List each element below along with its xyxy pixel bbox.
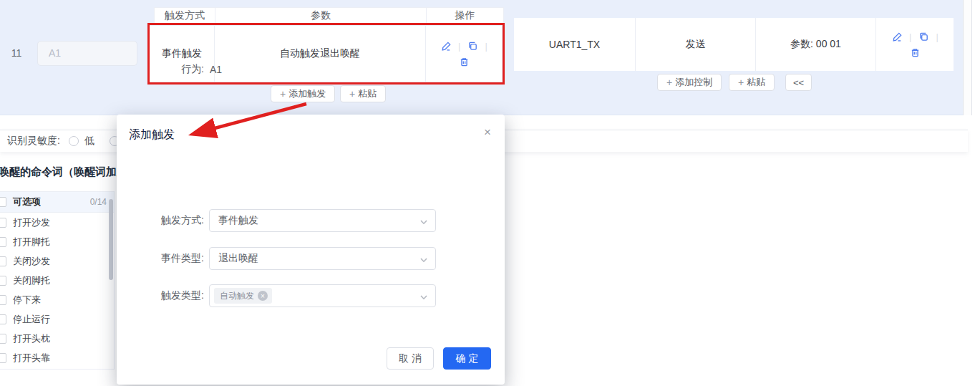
tag-remove-icon[interactable]: × xyxy=(258,291,268,301)
option-checkbox[interactable] xyxy=(0,353,6,363)
select-all-checkbox[interactable] xyxy=(0,197,6,207)
list-item[interactable]: 打开沙发 xyxy=(0,213,114,232)
sensitivity-option-low-label: 低 xyxy=(84,135,94,148)
add-trigger-modal: 添加触发 × 行为: A1 触发方式: 事件触发 事件类型: 退出唤醒 xyxy=(117,115,505,385)
list-item[interactable]: 打开脚托 xyxy=(0,232,114,251)
control-ops-cell: | | xyxy=(876,18,954,71)
radio-icon[interactable] xyxy=(69,136,79,146)
event-type-label: 事件类型: xyxy=(117,252,204,265)
vertical-scrollbar[interactable] xyxy=(963,0,972,115)
trigger-method-row: 触发方式: 事件触发 xyxy=(117,209,436,232)
trigger-type-select[interactable]: 自动触发 × xyxy=(209,284,436,307)
trigger-method-value: 事件触发 xyxy=(218,214,258,227)
list-item[interactable]: 关闭沙发 xyxy=(0,251,114,271)
add-control-button[interactable]: + 添加控制 xyxy=(657,74,722,91)
trigger-type-row: 触发类型: 自动触发 × xyxy=(117,284,436,307)
collapse-button-label: << xyxy=(793,77,804,88)
option-label: 停止运行 xyxy=(13,313,50,326)
chevron-down-icon xyxy=(419,292,428,304)
chevron-down-icon xyxy=(419,255,428,266)
option-checkbox[interactable] xyxy=(0,237,6,247)
icon-separator: | xyxy=(458,41,460,52)
trigger-table-header-param: 参数 xyxy=(215,8,427,24)
collapse-button[interactable]: << xyxy=(785,74,812,91)
option-checkbox[interactable] xyxy=(0,334,6,344)
trigger-method-label: 触发方式: xyxy=(117,214,204,227)
option-checkbox[interactable] xyxy=(0,218,6,228)
sensitivity-label: 识别灵敏度: xyxy=(7,135,60,148)
cancel-button[interactable]: 取 消 xyxy=(387,347,434,370)
confirm-button[interactable]: 确 定 xyxy=(443,347,491,370)
list-scrollbar-thumb[interactable] xyxy=(109,199,113,280)
option-label: 打开头枕 xyxy=(13,332,50,345)
options-list: 打开沙发 打开脚托 关闭沙发 关闭脚托 停下来 停止运行 打开头枕 xyxy=(0,213,114,367)
list-item[interactable]: 停止运行 xyxy=(0,309,114,329)
list-item[interactable]: 停下来 xyxy=(0,290,114,309)
paste-control-button[interactable]: + 粘贴 xyxy=(729,74,775,91)
trigger-table-header-ops: 操作 xyxy=(427,8,503,24)
copy-icon[interactable] xyxy=(918,31,930,42)
sensitivity-option-low[interactable]: 低 xyxy=(69,135,94,148)
behavior-row: 行为: A1 xyxy=(117,63,222,76)
chevron-down-icon xyxy=(419,217,428,228)
option-label: 关闭脚托 xyxy=(13,274,50,287)
trigger-type-tag: 自动触发 × xyxy=(214,288,272,304)
option-label: 打开头靠 xyxy=(13,352,50,365)
row-index: 11 xyxy=(6,47,27,59)
behavior-value: A1 xyxy=(210,64,222,75)
control-table-row: UART1_TX 发送 参数: 00 01 | | xyxy=(514,18,954,71)
edit-icon[interactable] xyxy=(440,40,452,52)
modal-title: 添加触发 xyxy=(129,127,175,143)
list-item[interactable]: 关闭脚托 xyxy=(0,271,114,290)
add-control-button-label: 添加控制 xyxy=(675,76,712,89)
app-window: 11 A1 触发方式 参数 操作 事件触发 自动触发退出唤醒 | | xyxy=(0,0,980,386)
copy-icon[interactable] xyxy=(467,40,479,52)
close-icon[interactable]: × xyxy=(484,126,491,138)
options-selected-count: 0/14 xyxy=(90,197,107,207)
control-param-cell: 参数: 00 01 xyxy=(756,18,876,71)
options-panel: 可选项 0/14 打开沙发 打开脚托 关闭沙发 关闭脚托 停下来 停止 xyxy=(0,191,115,370)
trigger-param-cell: 自动触发退出唤醒 xyxy=(215,26,426,82)
option-label: 打开沙发 xyxy=(13,216,50,229)
icon-separator: | xyxy=(936,32,938,42)
option-label: 关闭沙发 xyxy=(13,255,50,268)
trigger-table-header-method: 触发方式 xyxy=(155,8,215,24)
option-checkbox[interactable] xyxy=(0,314,6,324)
modal-footer: 取 消 确 定 xyxy=(387,347,491,370)
option-label: 打开脚托 xyxy=(13,236,50,249)
event-type-row: 事件类型: 退出唤醒 xyxy=(117,247,436,270)
trigger-ops-cell: | | xyxy=(426,26,502,82)
paste-control-button-label: 粘贴 xyxy=(747,76,765,89)
options-panel-title: 可选项 xyxy=(13,196,90,208)
behavior-label: 行为: xyxy=(117,63,204,76)
paste-trigger-button-label: 粘贴 xyxy=(358,87,377,100)
delete-icon[interactable] xyxy=(458,56,470,67)
option-label: 停下来 xyxy=(13,294,41,307)
plus-icon: + xyxy=(738,77,744,87)
icon-separator: | xyxy=(485,41,487,52)
add-trigger-button-label: 添加触发 xyxy=(288,87,326,100)
event-type-value: 退出唤醒 xyxy=(218,252,258,265)
behavior-name-input[interactable]: A1 xyxy=(37,41,137,66)
control-channel-cell: UART1_TX xyxy=(514,18,636,71)
option-checkbox[interactable] xyxy=(0,256,6,266)
paste-trigger-button[interactable]: + 粘贴 xyxy=(340,85,386,102)
option-checkbox[interactable] xyxy=(0,295,6,305)
trigger-table-header: 触发方式 参数 操作 xyxy=(154,7,504,24)
list-item[interactable]: 打开头枕 xyxy=(0,329,114,348)
options-panel-header: 可选项 0/14 xyxy=(0,192,114,213)
edit-icon[interactable] xyxy=(891,31,903,42)
trigger-type-tag-label: 自动触发 xyxy=(220,290,254,302)
control-action-cell: 发送 xyxy=(636,18,756,71)
option-checkbox[interactable] xyxy=(0,276,6,286)
trigger-method-select[interactable]: 事件触发 xyxy=(209,209,436,232)
plus-icon: + xyxy=(349,89,355,99)
event-type-select[interactable]: 退出唤醒 xyxy=(209,247,436,270)
add-trigger-button[interactable]: + 添加触发 xyxy=(271,85,335,102)
delete-icon[interactable] xyxy=(909,47,921,58)
list-item[interactable]: 打开头靠 xyxy=(0,348,114,367)
plus-icon: + xyxy=(666,77,672,87)
plus-icon: + xyxy=(280,89,286,99)
trigger-type-label: 触发类型: xyxy=(117,289,204,302)
icon-separator: | xyxy=(909,32,911,42)
